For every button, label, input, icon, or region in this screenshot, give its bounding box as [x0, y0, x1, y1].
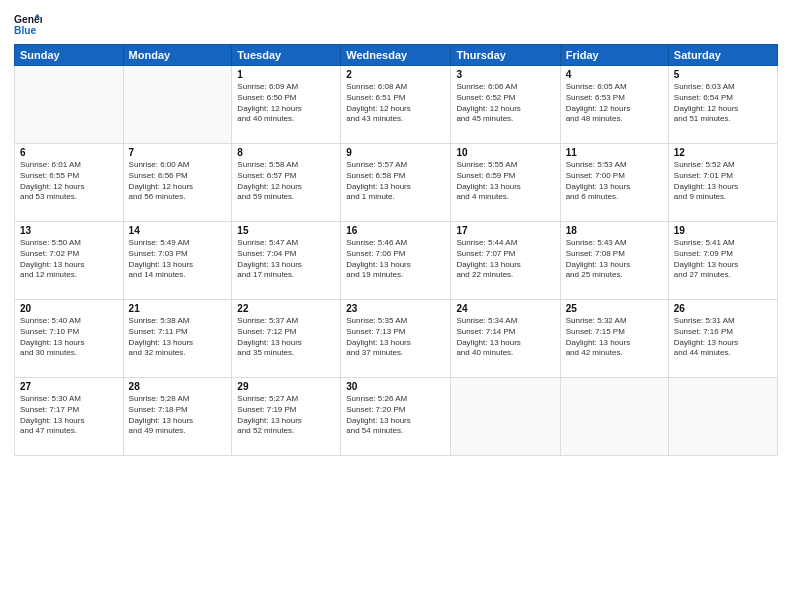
- day-number: 1: [237, 69, 335, 80]
- calendar-day-cell: 9Sunrise: 5:57 AMSunset: 6:58 PMDaylight…: [341, 144, 451, 222]
- day-info: Sunrise: 5:41 AMSunset: 7:09 PMDaylight:…: [674, 238, 772, 281]
- day-info: Sunrise: 5:58 AMSunset: 6:57 PMDaylight:…: [237, 160, 335, 203]
- day-info: Sunrise: 5:49 AMSunset: 7:03 PMDaylight:…: [129, 238, 227, 281]
- day-info: Sunrise: 6:05 AMSunset: 6:53 PMDaylight:…: [566, 82, 663, 125]
- day-number: 3: [456, 69, 554, 80]
- day-number: 12: [674, 147, 772, 158]
- day-number: 30: [346, 381, 445, 392]
- calendar-week-row: 6Sunrise: 6:01 AMSunset: 6:55 PMDaylight…: [15, 144, 778, 222]
- calendar-day-cell: 11Sunrise: 5:53 AMSunset: 7:00 PMDayligh…: [560, 144, 668, 222]
- calendar-day-cell: 3Sunrise: 6:06 AMSunset: 6:52 PMDaylight…: [451, 66, 560, 144]
- day-header-thursday: Thursday: [451, 45, 560, 66]
- day-number: 7: [129, 147, 227, 158]
- day-info: Sunrise: 5:28 AMSunset: 7:18 PMDaylight:…: [129, 394, 227, 437]
- calendar-day-cell: 16Sunrise: 5:46 AMSunset: 7:06 PMDayligh…: [341, 222, 451, 300]
- day-info: Sunrise: 6:09 AMSunset: 6:50 PMDaylight:…: [237, 82, 335, 125]
- day-info: Sunrise: 5:30 AMSunset: 7:17 PMDaylight:…: [20, 394, 118, 437]
- day-header-friday: Friday: [560, 45, 668, 66]
- calendar-week-row: 27Sunrise: 5:30 AMSunset: 7:17 PMDayligh…: [15, 378, 778, 456]
- calendar-day-cell: 10Sunrise: 5:55 AMSunset: 6:59 PMDayligh…: [451, 144, 560, 222]
- calendar-day-cell: 6Sunrise: 6:01 AMSunset: 6:55 PMDaylight…: [15, 144, 124, 222]
- calendar-week-row: 13Sunrise: 5:50 AMSunset: 7:02 PMDayligh…: [15, 222, 778, 300]
- day-info: Sunrise: 6:00 AMSunset: 6:56 PMDaylight:…: [129, 160, 227, 203]
- svg-text:Blue: Blue: [14, 25, 37, 36]
- day-info: Sunrise: 5:55 AMSunset: 6:59 PMDaylight:…: [456, 160, 554, 203]
- day-info: Sunrise: 5:35 AMSunset: 7:13 PMDaylight:…: [346, 316, 445, 359]
- day-info: Sunrise: 6:01 AMSunset: 6:55 PMDaylight:…: [20, 160, 118, 203]
- day-info: Sunrise: 5:43 AMSunset: 7:08 PMDaylight:…: [566, 238, 663, 281]
- day-number: 27: [20, 381, 118, 392]
- calendar-day-cell: 19Sunrise: 5:41 AMSunset: 7:09 PMDayligh…: [668, 222, 777, 300]
- day-number: 15: [237, 225, 335, 236]
- calendar-day-cell: 30Sunrise: 5:26 AMSunset: 7:20 PMDayligh…: [341, 378, 451, 456]
- calendar-day-cell: 25Sunrise: 5:32 AMSunset: 7:15 PMDayligh…: [560, 300, 668, 378]
- calendar-table: SundayMondayTuesdayWednesdayThursdayFrid…: [14, 44, 778, 456]
- day-number: 28: [129, 381, 227, 392]
- day-number: 2: [346, 69, 445, 80]
- day-number: 24: [456, 303, 554, 314]
- day-number: 9: [346, 147, 445, 158]
- day-number: 11: [566, 147, 663, 158]
- calendar-empty-cell: [668, 378, 777, 456]
- day-number: 14: [129, 225, 227, 236]
- calendar-day-cell: 24Sunrise: 5:34 AMSunset: 7:14 PMDayligh…: [451, 300, 560, 378]
- day-info: Sunrise: 5:27 AMSunset: 7:19 PMDaylight:…: [237, 394, 335, 437]
- day-header-monday: Monday: [123, 45, 232, 66]
- day-info: Sunrise: 5:32 AMSunset: 7:15 PMDaylight:…: [566, 316, 663, 359]
- day-info: Sunrise: 5:31 AMSunset: 7:16 PMDaylight:…: [674, 316, 772, 359]
- day-info: Sunrise: 6:03 AMSunset: 6:54 PMDaylight:…: [674, 82, 772, 125]
- day-header-sunday: Sunday: [15, 45, 124, 66]
- day-number: 21: [129, 303, 227, 314]
- calendar-day-cell: 14Sunrise: 5:49 AMSunset: 7:03 PMDayligh…: [123, 222, 232, 300]
- day-info: Sunrise: 5:57 AMSunset: 6:58 PMDaylight:…: [346, 160, 445, 203]
- calendar-day-cell: 1Sunrise: 6:09 AMSunset: 6:50 PMDaylight…: [232, 66, 341, 144]
- calendar-day-cell: 18Sunrise: 5:43 AMSunset: 7:08 PMDayligh…: [560, 222, 668, 300]
- day-number: 4: [566, 69, 663, 80]
- calendar-day-cell: 29Sunrise: 5:27 AMSunset: 7:19 PMDayligh…: [232, 378, 341, 456]
- calendar-day-cell: 5Sunrise: 6:03 AMSunset: 6:54 PMDaylight…: [668, 66, 777, 144]
- day-info: Sunrise: 5:44 AMSunset: 7:07 PMDaylight:…: [456, 238, 554, 281]
- day-number: 10: [456, 147, 554, 158]
- day-number: 26: [674, 303, 772, 314]
- calendar-day-cell: 8Sunrise: 5:58 AMSunset: 6:57 PMDaylight…: [232, 144, 341, 222]
- calendar-empty-cell: [15, 66, 124, 144]
- calendar-week-row: 1Sunrise: 6:09 AMSunset: 6:50 PMDaylight…: [15, 66, 778, 144]
- day-number: 19: [674, 225, 772, 236]
- calendar-day-cell: 23Sunrise: 5:35 AMSunset: 7:13 PMDayligh…: [341, 300, 451, 378]
- day-header-saturday: Saturday: [668, 45, 777, 66]
- calendar-day-cell: 17Sunrise: 5:44 AMSunset: 7:07 PMDayligh…: [451, 222, 560, 300]
- day-info: Sunrise: 5:40 AMSunset: 7:10 PMDaylight:…: [20, 316, 118, 359]
- day-info: Sunrise: 5:37 AMSunset: 7:12 PMDaylight:…: [237, 316, 335, 359]
- calendar-day-cell: 22Sunrise: 5:37 AMSunset: 7:12 PMDayligh…: [232, 300, 341, 378]
- calendar-day-cell: 7Sunrise: 6:00 AMSunset: 6:56 PMDaylight…: [123, 144, 232, 222]
- calendar-day-cell: 20Sunrise: 5:40 AMSunset: 7:10 PMDayligh…: [15, 300, 124, 378]
- calendar-day-cell: 21Sunrise: 5:38 AMSunset: 7:11 PMDayligh…: [123, 300, 232, 378]
- logo-icon: General Blue: [14, 10, 42, 38]
- calendar-day-cell: 13Sunrise: 5:50 AMSunset: 7:02 PMDayligh…: [15, 222, 124, 300]
- calendar-day-cell: 28Sunrise: 5:28 AMSunset: 7:18 PMDayligh…: [123, 378, 232, 456]
- logo: General Blue: [14, 10, 42, 38]
- day-number: 6: [20, 147, 118, 158]
- day-info: Sunrise: 6:08 AMSunset: 6:51 PMDaylight:…: [346, 82, 445, 125]
- day-info: Sunrise: 6:06 AMSunset: 6:52 PMDaylight:…: [456, 82, 554, 125]
- day-info: Sunrise: 5:46 AMSunset: 7:06 PMDaylight:…: [346, 238, 445, 281]
- calendar-day-cell: 27Sunrise: 5:30 AMSunset: 7:17 PMDayligh…: [15, 378, 124, 456]
- day-info: Sunrise: 5:53 AMSunset: 7:00 PMDaylight:…: [566, 160, 663, 203]
- day-number: 18: [566, 225, 663, 236]
- day-number: 22: [237, 303, 335, 314]
- day-info: Sunrise: 5:47 AMSunset: 7:04 PMDaylight:…: [237, 238, 335, 281]
- calendar-day-cell: 2Sunrise: 6:08 AMSunset: 6:51 PMDaylight…: [341, 66, 451, 144]
- day-number: 23: [346, 303, 445, 314]
- day-number: 29: [237, 381, 335, 392]
- day-number: 20: [20, 303, 118, 314]
- day-info: Sunrise: 5:26 AMSunset: 7:20 PMDaylight:…: [346, 394, 445, 437]
- calendar-empty-cell: [123, 66, 232, 144]
- day-number: 13: [20, 225, 118, 236]
- day-header-tuesday: Tuesday: [232, 45, 341, 66]
- calendar-empty-cell: [560, 378, 668, 456]
- day-number: 25: [566, 303, 663, 314]
- day-number: 8: [237, 147, 335, 158]
- calendar-day-cell: 15Sunrise: 5:47 AMSunset: 7:04 PMDayligh…: [232, 222, 341, 300]
- day-info: Sunrise: 5:52 AMSunset: 7:01 PMDaylight:…: [674, 160, 772, 203]
- day-header-wednesday: Wednesday: [341, 45, 451, 66]
